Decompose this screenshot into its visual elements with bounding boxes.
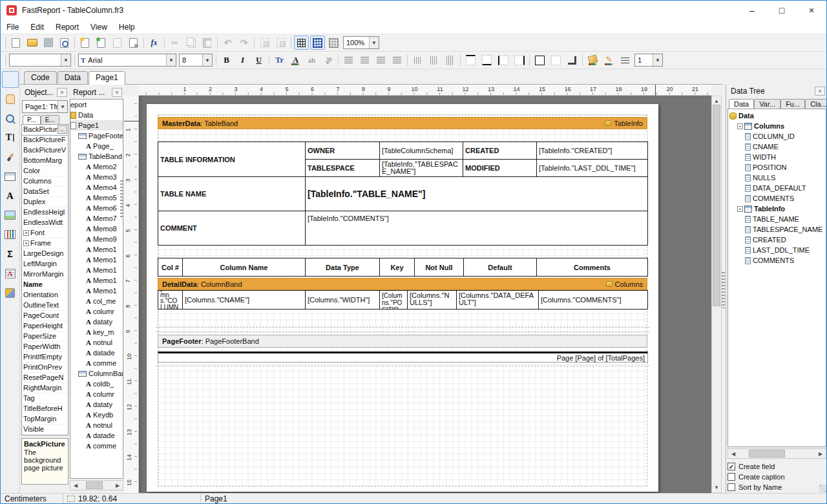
- property-row[interactable]: LargeDesign: [22, 249, 68, 259]
- property-row[interactable]: ResetPageN: [22, 373, 68, 383]
- report-tree-item[interactable]: datade: [70, 430, 123, 441]
- scroll-right-icon[interactable]: ▶: [112, 483, 123, 488]
- zoom-tool-icon[interactable]: [2, 110, 19, 127]
- property-row[interactable]: Visible: [22, 425, 68, 435]
- data-tree-item[interactable]: COLUMN_ID: [728, 131, 826, 142]
- tablespace-value-cell[interactable]: [TableInfo."TABLESPACE_NAME"]: [379, 159, 463, 177]
- resize-grip-icon[interactable]: [819, 485, 827, 492]
- menu-item[interactable]: Report: [50, 20, 85, 34]
- scroll-thumb[interactable]: [86, 481, 103, 489]
- data-tree-item[interactable]: COMMENTS: [728, 255, 826, 266]
- chevron-down-icon[interactable]: ▼: [61, 54, 70, 66]
- picture-object-icon[interactable]: [2, 207, 19, 224]
- border-all-icon[interactable]: [532, 53, 547, 67]
- report-tree-item[interactable]: ColumnBar: [70, 368, 123, 379]
- report-page[interactable]: MasterData: TableBand TableInfo TABLE IN…: [147, 104, 658, 492]
- report-tree-item[interactable]: col_me: [70, 296, 123, 306]
- copy-icon[interactable]: [183, 36, 198, 50]
- align-right-icon[interactable]: [373, 53, 388, 67]
- property-row[interactable]: PaperHeight: [22, 321, 68, 331]
- close-button[interactable]: ×: [797, 1, 826, 20]
- table-information-cell[interactable]: TABLE INFORMATION: [158, 142, 306, 177]
- tablespace-label-cell[interactable]: TABLESPACE: [305, 159, 380, 177]
- new-dialog-page-icon[interactable]: [94, 36, 109, 50]
- font-color-icon[interactable]: A: [288, 53, 303, 67]
- close-icon[interactable]: ×: [112, 88, 122, 97]
- show-grid-icon[interactable]: [294, 36, 309, 50]
- modified-label-cell[interactable]: MODIFIED: [463, 159, 537, 177]
- insert-band-icon[interactable]: [2, 168, 19, 185]
- option-row[interactable]: Create field: [728, 461, 826, 472]
- header-default-cell[interactable]: Default: [463, 258, 537, 277]
- property-row[interactable]: PaperSize: [22, 331, 68, 342]
- align-center-icon[interactable]: [357, 53, 372, 67]
- bold-icon[interactable]: B: [219, 53, 234, 67]
- report-tree-item[interactable]: Page_: [70, 141, 123, 151]
- design-canvas[interactable]: MasterData: TableBand TableInfo TABLE IN…: [139, 96, 711, 493]
- property-row[interactable]: TopMargin: [22, 414, 68, 425]
- report-tree-item[interactable]: Page1: [70, 120, 123, 131]
- report-tree-item[interactable]: dataty: [70, 317, 123, 327]
- align-left-icon[interactable]: [341, 53, 356, 67]
- report-tree-item[interactable]: Data: [70, 110, 123, 120]
- detail-column-id-cell[interactable]: [Columns."COLUMN_ID"]: [158, 290, 183, 310]
- data-tree-item[interactable]: LAST_DDL_TIME: [728, 245, 826, 255]
- ole-object-icon[interactable]: [2, 284, 19, 301]
- fill-color-icon[interactable]: [585, 53, 600, 67]
- property-row[interactable]: PrintOnPrev: [22, 362, 68, 373]
- report-tree-item[interactable]: PageFoote: [70, 131, 123, 141]
- checkbox[interactable]: [728, 473, 735, 481]
- data-tree-item[interactable]: TABLESPACE_NAME: [728, 224, 826, 235]
- menu-item[interactable]: Edit: [25, 20, 50, 34]
- zoom-combo[interactable]: 100% ▼: [343, 36, 379, 49]
- report-tree-item[interactable]: Memo1: [70, 275, 123, 286]
- scroll-left-icon[interactable]: ◀: [728, 451, 738, 457]
- panel-splitter[interactable]: [722, 272, 725, 308]
- report-tree-item[interactable]: eport: [70, 100, 123, 110]
- page-number-memo[interactable]: Page [Page] of [TotalPages]: [158, 352, 648, 362]
- data-tree-item[interactable]: DATA_DEFAULT: [728, 183, 826, 193]
- property-row[interactable]: PrintIfEmpty: [22, 352, 68, 362]
- property-row[interactable]: BackPictureF: [22, 135, 68, 145]
- report-tree-item[interactable]: dataty: [70, 399, 123, 410]
- border-top-icon[interactable]: [463, 53, 478, 67]
- header-column-name-cell[interactable]: Column Name: [182, 258, 306, 277]
- inspector-tab[interactable]: P...: [23, 115, 41, 124]
- data-tree-item[interactable]: CNAME: [728, 142, 826, 152]
- delete-page-icon[interactable]: [110, 36, 125, 50]
- expression-icon[interactable]: fx: [147, 36, 162, 50]
- new-report-page-icon[interactable]: [78, 36, 92, 50]
- report-tree-item[interactable]: Memo1: [70, 286, 123, 296]
- toolbar-grip[interactable]: [4, 37, 6, 48]
- report-tree-item[interactable]: Memo8: [70, 224, 123, 234]
- richtext-object-icon[interactable]: A: [2, 265, 19, 282]
- detaildata-band[interactable]: DetailData: ColumnBand Columns: [158, 278, 647, 290]
- report-tree-item[interactable]: Memo3: [70, 172, 123, 182]
- property-row[interactable]: Duplex: [22, 197, 68, 207]
- header-key-cell[interactable]: Key: [379, 258, 415, 277]
- pagefooter-band[interactable]: PageFooter: PageFooterBand: [158, 335, 647, 348]
- scroll-down-icon[interactable]: ▼: [712, 483, 721, 492]
- owner-value-cell[interactable]: [TableColumnSchema]: [379, 142, 463, 160]
- group-icon[interactable]: [257, 36, 272, 50]
- report-tree-item[interactable]: Memo1: [70, 265, 123, 275]
- align-justify-icon[interactable]: [390, 53, 404, 67]
- report-tree-item[interactable]: Memo6: [70, 203, 123, 213]
- data-tree-tab[interactable]: Var...: [754, 99, 780, 109]
- data-tree-item[interactable]: POSITION: [728, 162, 826, 173]
- menu-item[interactable]: File: [1, 20, 25, 34]
- report-tree-item[interactable]: Keydb: [70, 410, 123, 420]
- property-row[interactable]: Name: [22, 280, 68, 290]
- font-size-combo[interactable]: 8 ▼: [179, 54, 213, 67]
- scroll-left-icon[interactable]: ◀: [70, 483, 81, 488]
- scroll-right-icon[interactable]: ▶: [815, 451, 826, 457]
- property-row[interactable]: TitleBeforeH: [22, 404, 68, 414]
- report-tree-item[interactable]: Memo9: [70, 234, 123, 244]
- save-icon[interactable]: [41, 36, 56, 50]
- chevron-down-icon[interactable]: ▼: [166, 54, 176, 66]
- report-tree-item[interactable]: columr: [70, 389, 123, 399]
- text-object-icon[interactable]: A: [2, 187, 19, 204]
- maximize-button[interactable]: □: [767, 1, 797, 20]
- ellipsis-button[interactable]: ...: [58, 125, 67, 134]
- property-row[interactable]: OutlineText: [22, 300, 68, 311]
